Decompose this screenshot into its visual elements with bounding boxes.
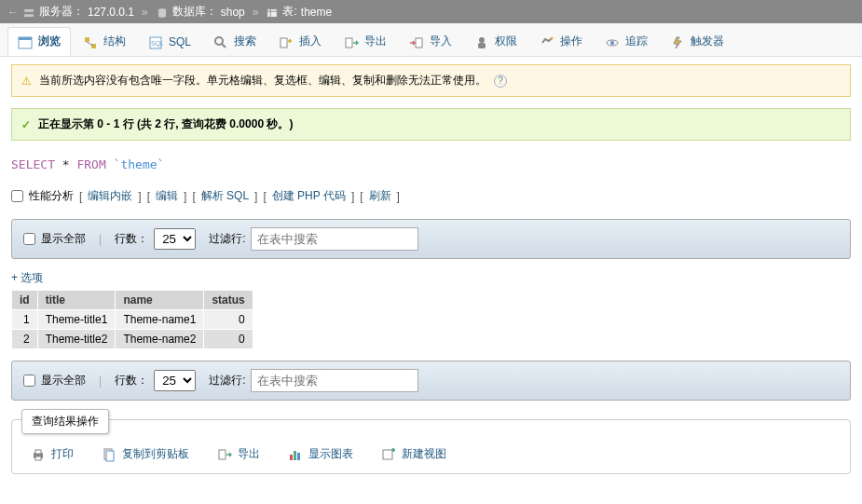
link-edit-inline[interactable]: 编辑内嵌 [88, 188, 132, 204]
op-label: 导出 [238, 446, 260, 462]
help-icon[interactable]: ? [494, 75, 507, 88]
filter-bar-top: 显示全部 | 行数： 25 过滤行: [11, 219, 851, 259]
database-icon [156, 7, 169, 18]
cell-status: 0 [204, 330, 253, 349]
op-label: 新建视图 [402, 446, 446, 462]
table-icon [266, 7, 279, 18]
tab-label: 浏览 [38, 34, 61, 49]
warning-icon: ⚠ [21, 75, 32, 88]
tab-sql[interactable]: SQLSQL [138, 27, 201, 56]
op-label: 打印 [51, 446, 74, 462]
rows-select[interactable]: 25 [154, 370, 196, 391]
profiling-label: 性能分析 [29, 188, 74, 204]
th-status[interactable]: status [204, 291, 253, 310]
svg-rect-30 [294, 451, 296, 460]
svg-line-14 [222, 44, 226, 48]
op-copy-clipboard[interactable]: 复制到剪贴板 [102, 446, 189, 462]
table-row[interactable]: 1 Theme-title1 Theme-name1 0 [12, 310, 253, 330]
cell-title: Theme-title1 [37, 310, 116, 330]
sql-from: FROM [76, 157, 105, 171]
table-label: 表: [282, 4, 296, 20]
structure-icon [83, 35, 98, 48]
tab-label: 触发器 [691, 34, 724, 49]
op-label: 显示图表 [308, 446, 353, 462]
chart-icon [288, 447, 303, 462]
server-label: 服务器： [39, 4, 84, 20]
show-all-checkbox[interactable] [23, 233, 35, 245]
tab-tracking[interactable]: 追踪 [595, 27, 658, 56]
svg-point-22 [610, 41, 614, 45]
op-export[interactable]: 导出 [217, 446, 260, 462]
tab-label: 权限 [495, 34, 517, 49]
tab-browse[interactable]: 浏览 [7, 27, 71, 56]
filter-input[interactable] [251, 369, 418, 392]
show-all-checkbox[interactable] [23, 375, 35, 387]
svg-rect-25 [35, 456, 41, 460]
export-icon [217, 447, 232, 462]
clipboard-icon [102, 447, 116, 462]
svg-rect-16 [346, 38, 352, 48]
search-icon [213, 35, 228, 48]
sql-icon: SQL [148, 35, 163, 48]
cell-name: Theme-name2 [116, 330, 204, 349]
table-row[interactable]: 2 Theme-title2 Theme-name2 0 [12, 330, 253, 349]
svg-rect-8 [85, 37, 89, 42]
sql-star: * [62, 157, 70, 171]
ops-title: 查询结果操作 [21, 409, 109, 434]
db-value[interactable]: shop [221, 6, 245, 19]
rows-select[interactable]: 25 [154, 228, 196, 250]
tab-operations[interactable]: 操作 [529, 27, 593, 56]
tab-triggers[interactable]: 触发器 [660, 27, 734, 56]
insert-icon [279, 35, 294, 48]
operations-icon [540, 35, 554, 48]
op-create-view[interactable]: 新建视图 [381, 446, 446, 462]
svg-text:SQL: SQL [151, 40, 163, 48]
filter-bar-bottom: 显示全部 | 行数： 25 过滤行: [11, 361, 851, 401]
link-create-php[interactable]: 创建 PHP 代码 [272, 188, 346, 204]
tab-insert[interactable]: 插入 [268, 27, 332, 56]
options-toggle[interactable]: + 选项 [11, 270, 851, 286]
print-icon [31, 447, 46, 462]
tab-label: 操作 [560, 34, 582, 49]
tab-label: 插入 [299, 34, 322, 49]
filter-input[interactable] [251, 227, 418, 251]
cell-id: 1 [12, 310, 38, 330]
result-operations: 查询结果操作 打印 复制到剪贴板 导出 显示图表 新建视图 [11, 419, 851, 474]
server-value[interactable]: 127.0.0.1 [88, 6, 134, 19]
success-box: ✓ 正在显示第 0 - 1 行 (共 2 行, 查询花费 0.0000 秒。) [11, 108, 851, 141]
table-value[interactable]: theme [301, 6, 332, 19]
op-chart[interactable]: 显示图表 [288, 446, 353, 462]
privileges-icon [474, 35, 489, 48]
profiling-checkbox[interactable] [11, 190, 23, 202]
svg-rect-19 [478, 43, 486, 48]
breadcrumb: ← 服务器： 127.0.0.1 » 数据库： shop » 表: theme [0, 0, 862, 23]
th-title[interactable]: title [37, 291, 116, 310]
svg-rect-1 [24, 13, 34, 17]
browse-icon [18, 35, 33, 48]
svg-rect-0 [24, 8, 34, 12]
tab-label: 搜索 [234, 34, 256, 49]
tab-export[interactable]: 导出 [334, 27, 397, 56]
svg-rect-3 [267, 8, 278, 17]
link-explain-sql[interactable]: 解析 SQL [201, 188, 249, 204]
svg-rect-7 [19, 37, 32, 40]
show-all-label: 显示全部 [41, 373, 86, 388]
tracking-icon [605, 35, 620, 48]
tab-privileges[interactable]: 权限 [464, 27, 527, 56]
tab-search[interactable]: 搜索 [203, 27, 267, 56]
results-table: id title name status 1 Theme-title1 Them… [11, 290, 253, 349]
tab-import[interactable]: 导入 [399, 27, 462, 56]
op-print[interactable]: 打印 [31, 446, 74, 462]
th-name[interactable]: name [116, 291, 204, 310]
svg-rect-32 [383, 450, 392, 459]
back-arrow-icon[interactable]: ← [7, 6, 19, 19]
th-id[interactable]: id [12, 291, 38, 310]
tab-label: 导入 [430, 34, 452, 49]
cell-id: 2 [12, 330, 38, 349]
tab-structure[interactable]: 结构 [73, 27, 136, 56]
link-edit[interactable]: 编辑 [156, 188, 178, 204]
sql-select: SELECT [11, 157, 55, 171]
link-refresh[interactable]: 刷新 [369, 188, 391, 204]
triggers-icon [670, 35, 685, 48]
tab-label: SQL [169, 35, 191, 48]
